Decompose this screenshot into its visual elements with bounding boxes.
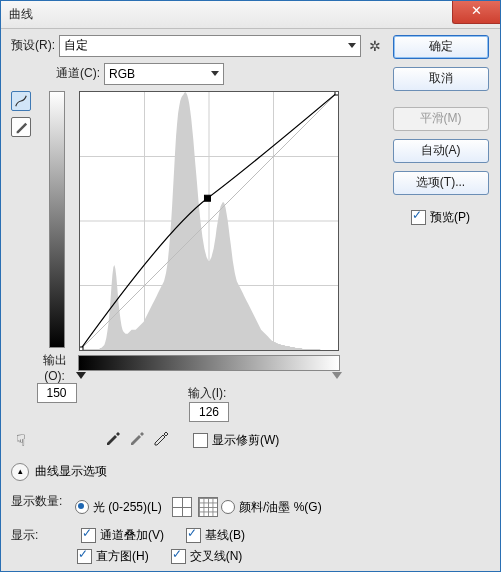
curve-area: 输出(O): 输入(I): xyxy=(11,91,381,422)
coarse-grid-icon[interactable] xyxy=(172,497,192,517)
black-eyedropper[interactable] xyxy=(105,431,121,450)
overlay-label: 通道叠加(V) xyxy=(100,527,164,544)
preset-value: 自定 xyxy=(64,37,88,54)
svg-rect-7 xyxy=(80,347,83,350)
channel-value: RGB xyxy=(109,67,135,81)
black-point-slider[interactable] xyxy=(76,372,86,379)
options-button[interactable]: 选项(T)... xyxy=(393,171,489,195)
baseline-label: 基线(B) xyxy=(205,527,245,544)
auto-button[interactable]: 自动(A) xyxy=(393,139,489,163)
output-label: 输出(O): xyxy=(35,352,74,383)
show-amount-row: 显示数量: 光 (0-255)(L) 颜料/油墨 %(G) xyxy=(11,493,381,518)
channel-select[interactable]: RGB xyxy=(104,63,224,85)
titlebar[interactable]: 曲线 ✕ xyxy=(1,1,500,29)
collapse-icon[interactable]: ▴ xyxy=(11,463,29,481)
output-gradient[interactable] xyxy=(49,91,65,348)
preset-row: 预设(R): 自定 ✲ xyxy=(11,35,381,57)
show-label: 显示: xyxy=(11,527,71,544)
pencil-icon xyxy=(14,120,28,134)
left-pane: 预设(R): 自定 ✲ 通道(C): RGB xyxy=(11,35,381,566)
show-clipping-label: 显示修剪(W) xyxy=(212,432,279,449)
pigment-option[interactable]: 颜料/油墨 %(G) xyxy=(221,499,322,516)
light-label: 光 (0-255)(L) xyxy=(93,499,162,516)
chevron-down-icon xyxy=(348,43,356,48)
curve-icon xyxy=(14,94,28,108)
dialog-body: 预设(R): 自定 ✲ 通道(C): RGB xyxy=(1,29,500,572)
pigment-radio[interactable] xyxy=(221,500,235,514)
curve-tools xyxy=(11,91,31,422)
gray-eyedropper[interactable] xyxy=(129,431,145,450)
curve-point-tool[interactable] xyxy=(11,91,31,111)
svg-rect-9 xyxy=(335,92,338,95)
curve-graph[interactable] xyxy=(79,91,339,351)
sampler-row: ☟ 显示修剪(W) xyxy=(11,428,381,453)
overlay-checkbox[interactable] xyxy=(81,528,96,543)
preset-label: 预设(R): xyxy=(11,37,55,54)
curves-dialog: 曲线 ✕ 预设(R): 自定 ✲ 通道(C): RGB xyxy=(0,0,501,572)
preset-select[interactable]: 自定 xyxy=(59,35,361,57)
preview-option[interactable]: 预览(P) xyxy=(411,209,470,226)
pigment-label: 颜料/油墨 %(G) xyxy=(239,499,322,516)
white-point-slider[interactable] xyxy=(332,372,342,379)
intersect-checkbox[interactable] xyxy=(171,549,186,564)
channel-label: 通道(C): xyxy=(56,65,100,82)
window-title: 曲线 xyxy=(9,6,33,23)
input-label: 输入(I): xyxy=(188,385,227,402)
smooth-button[interactable]: 平滑(M) xyxy=(393,107,489,131)
display-options-header[interactable]: ▴ 曲线显示选项 xyxy=(11,463,381,481)
ok-button[interactable]: 确定 xyxy=(393,35,489,59)
light-radio[interactable] xyxy=(75,500,89,514)
overlay-option[interactable]: 通道叠加(V) xyxy=(81,527,164,544)
preview-label: 预览(P) xyxy=(430,209,470,226)
channel-row: 通道(C): RGB xyxy=(56,63,381,85)
fine-grid-icon[interactable] xyxy=(198,497,218,517)
histogram-label: 直方图(H) xyxy=(96,548,149,565)
close-button[interactable]: ✕ xyxy=(452,1,500,24)
curve-canvas xyxy=(80,92,338,350)
preset-menu-icon[interactable]: ✲ xyxy=(369,38,381,54)
intersect-label: 交叉线(N) xyxy=(190,548,243,565)
show-row-1: 显示: 通道叠加(V) 基线(B) xyxy=(11,527,381,544)
cancel-button[interactable]: 取消 xyxy=(393,67,489,91)
show-amount-label: 显示数量: xyxy=(11,493,71,510)
histogram-option[interactable]: 直方图(H) xyxy=(77,548,149,565)
input-input[interactable] xyxy=(189,402,229,422)
close-icon: ✕ xyxy=(471,3,482,18)
graph-column: 输入(I): xyxy=(78,91,340,422)
chevron-down-icon xyxy=(211,71,219,76)
output-column: 输出(O): xyxy=(35,91,78,422)
svg-rect-8 xyxy=(204,195,210,201)
baseline-checkbox[interactable] xyxy=(186,528,201,543)
right-pane: 确定 取消 平滑(M) 自动(A) 选项(T)... 预览(P) xyxy=(381,35,490,566)
show-clipping-checkbox[interactable] xyxy=(193,433,208,448)
intersect-option[interactable]: 交叉线(N) xyxy=(171,548,243,565)
white-eyedropper[interactable] xyxy=(153,431,169,450)
show-row-2: 直方图(H) 交叉线(N) xyxy=(11,548,381,565)
curve-pencil-tool[interactable] xyxy=(11,117,31,137)
output-input[interactable] xyxy=(37,383,77,403)
histogram-checkbox[interactable] xyxy=(77,549,92,564)
light-option[interactable]: 光 (0-255)(L) xyxy=(75,497,218,517)
targeted-adjust-tool[interactable]: ☟ xyxy=(11,428,31,453)
preview-checkbox[interactable] xyxy=(411,210,426,225)
display-options-title: 曲线显示选项 xyxy=(35,463,107,480)
baseline-option[interactable]: 基线(B) xyxy=(186,527,245,544)
input-gradient[interactable] xyxy=(78,355,340,371)
